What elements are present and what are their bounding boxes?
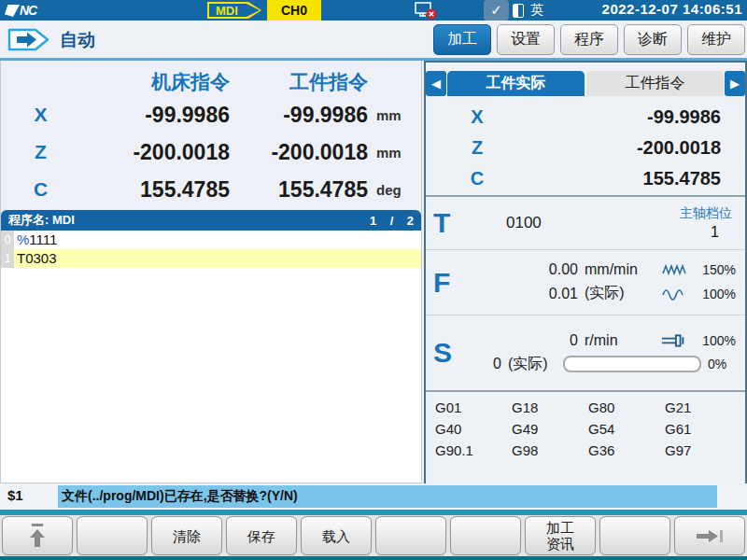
softkey-save[interactable]: 保存 (226, 516, 297, 555)
code-prefix: % (17, 231, 29, 247)
axis-label: Z (1, 141, 80, 163)
coordinate-view-tabs: ◀ 工件实际 工件指令 ▶ (426, 63, 745, 98)
unit-label: deg (368, 182, 415, 198)
page-up-icon (27, 522, 48, 550)
softkey-empty-4[interactable] (599, 516, 670, 555)
tool-number: 0100 (506, 214, 542, 232)
channel-badge: CH0 (267, 0, 321, 21)
gcode: G01 (435, 399, 512, 418)
network-error-icon (415, 2, 439, 20)
softkey-clear[interactable]: 清除 (151, 516, 222, 555)
line-number: 0 (1, 231, 14, 249)
program-line-active[interactable]: 1 T0303 (1, 249, 421, 268)
prompt-message: 文件(../prog/MDI)已存在,是否替换?(Y/N) (58, 485, 717, 508)
spindle-actual-row: 0 (实际) 0% (457, 355, 745, 374)
work-command-header: 工件指令 (230, 69, 368, 95)
auto-mode-icon (7, 27, 50, 56)
rapid-override-pct: 150% (695, 262, 736, 277)
nav-row: 自动 加工 设置 程序 诊断 维护 (0, 21, 747, 58)
gcode: G98 (512, 442, 588, 461)
gcode: G80 (588, 399, 665, 418)
program-page-indicator: 1 / 2 (370, 214, 414, 228)
gcode: G61 (665, 421, 741, 440)
gcode: G54 (588, 421, 665, 440)
tab-settings[interactable]: 设置 (497, 24, 555, 55)
spindle-override-pct: 100% (695, 333, 736, 348)
bottom-border (0, 556, 747, 560)
axis-label: C (1, 178, 80, 201)
softkey-machining-info[interactable]: 加工 资讯 (525, 516, 596, 555)
feed-actual-label: (实际) (585, 284, 654, 303)
gcode-modal-group: G01 G18 G80 G21 G40 G49 G54 G61 G90.1 G9… (426, 392, 745, 483)
datetime: 2022-12-07 14:06:51 (602, 1, 742, 17)
softkey-empty-2[interactable] (375, 516, 446, 555)
axis-label: X (426, 106, 529, 128)
topbar: NC MDI CH0 ✓ 英 2022-12-07 14:06:51 (0, 0, 747, 21)
tab-maintenance[interactable]: 维护 (687, 24, 745, 55)
position-program-panel: 机床指令 工件指令 X -99.9986 -99.9986 mm Z -200.… (0, 61, 422, 483)
feed-actual-value: 0.01 (533, 286, 578, 302)
softkey-page-up[interactable] (2, 516, 73, 555)
rapid-override-icon (660, 263, 688, 276)
code-text: 1111 (29, 231, 57, 247)
softkey-bar: 清除 保存 载入 加工 资讯 (0, 515, 747, 556)
work-value: -99.9986 (230, 103, 368, 128)
softkey-next-menu[interactable] (674, 516, 745, 555)
work-value: -200.0018 (230, 140, 368, 165)
axis-label: Z (426, 137, 529, 159)
hnc-logo: NC (6, 3, 62, 18)
main-tabs: 加工 设置 程序 诊断 维护 (433, 24, 745, 55)
gcode: G36 (588, 442, 665, 461)
feed-unit: mm/min (585, 261, 654, 278)
axis-row-x: X -99.9986 -99.9986 mm (1, 96, 421, 133)
machine-value: 155.4785 (80, 177, 230, 203)
program-title: 程序名: MDI (8, 212, 75, 229)
language-toggle[interactable]: 英 (530, 2, 543, 19)
softkey-load[interactable]: 载入 (301, 516, 372, 555)
unit-label: mm (368, 107, 415, 123)
next-menu-icon (694, 526, 726, 545)
tab-diagnosis[interactable]: 诊断 (624, 24, 682, 55)
softkey-empty-3[interactable] (450, 516, 521, 555)
unit-label: mm (368, 145, 415, 161)
program-editor[interactable]: 0 %1111 1 T0303 (1, 231, 421, 483)
work-actual-values: X -99.9986 Z -200.0018 C 155.4785 (426, 98, 745, 195)
line-number: 1 (1, 249, 14, 268)
axis-row-c: C 155.4785 155.4785 deg (1, 171, 421, 208)
gcode: G18 (512, 399, 588, 418)
spindle-section: S 0 r/min 100% 0 (实际) 0% (426, 315, 745, 390)
work-value: 155.4785 (230, 177, 368, 203)
machine-value: -200.0018 (80, 140, 230, 165)
spindle-gear-label: 主轴档位 (680, 205, 732, 222)
spindle-override-icon (660, 332, 688, 349)
feed-letter: F (426, 267, 465, 299)
program-line[interactable]: 0 %1111 (1, 231, 421, 249)
spindle-command-value: 0 (533, 332, 578, 349)
spindle-load-pct: 0% (708, 357, 736, 371)
axis-value: -200.0018 (529, 137, 745, 159)
prev-view-button[interactable]: ◀ (426, 71, 446, 96)
hnc-logo-icon (4, 5, 20, 17)
tab-program[interactable]: 程序 (560, 24, 618, 55)
feed-override-icon (660, 287, 688, 301)
tab-work-actual[interactable]: 工件实际 (447, 71, 585, 96)
axis-row-z: Z -200.0018 (426, 133, 745, 163)
program-header: 程序名: MDI 1 / 2 (1, 210, 421, 231)
manual-icon (513, 4, 524, 18)
gcode: G21 (665, 399, 741, 418)
next-view-button[interactable]: ▶ (725, 71, 745, 96)
spindle-letter: S (426, 337, 457, 369)
spindle-actual-label: (实际) (508, 355, 557, 374)
tab-work-command[interactable]: 工件指令 (586, 71, 724, 96)
axis-value: -99.9986 (529, 106, 745, 128)
axis-row-c: C 155.4785 (426, 163, 745, 194)
mode-badge-label: MDI (209, 4, 260, 17)
spindle-unit: r/min (585, 332, 654, 349)
axis-label: C (426, 168, 529, 189)
machine-status-panel: ◀ 工件实际 工件指令 ▶ X -99.9986 Z -200.0018 C 1… (424, 61, 747, 485)
spindle-load-bar (563, 356, 701, 372)
code-text: T0303 (17, 250, 57, 266)
tab-machining[interactable]: 加工 (433, 24, 491, 55)
softkey-empty-1[interactable] (77, 516, 148, 555)
channel-indicator: $1 (7, 487, 23, 503)
